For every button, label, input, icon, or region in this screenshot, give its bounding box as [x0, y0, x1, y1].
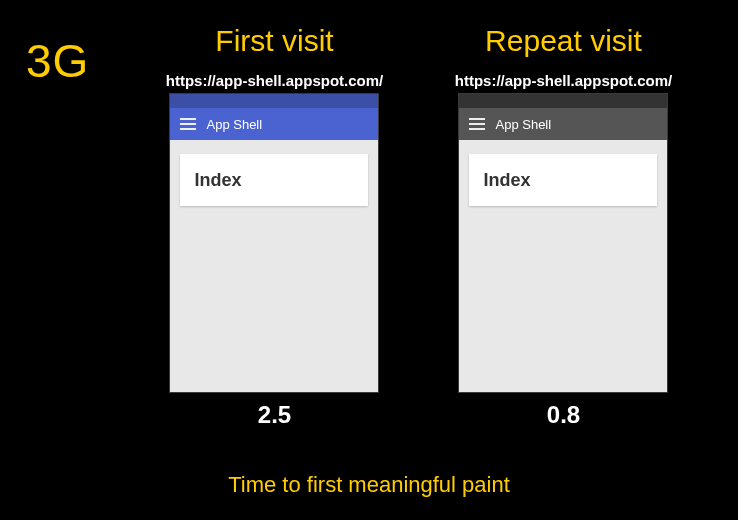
app-bar: App Shell [459, 108, 667, 140]
column-repeat-visit: Repeat visit https://app-shell.appspot.c… [455, 24, 673, 429]
comparison-columns: First visit https://app-shell.appspot.co… [130, 24, 708, 429]
app-title: App Shell [206, 117, 262, 132]
url-label: https://app-shell.appspot.com/ [166, 72, 384, 89]
app-bar: App Shell [170, 108, 378, 140]
status-bar [459, 94, 667, 108]
card-title: Index [194, 170, 241, 191]
slide-caption: Time to first meaningful paint [0, 472, 738, 498]
hamburger-icon[interactable] [469, 118, 485, 130]
phone-mock-first: App Shell Index [169, 93, 379, 393]
content-area: Index [170, 140, 378, 392]
column-title: First visit [215, 24, 333, 58]
timing-value: 2.5 [258, 401, 291, 429]
index-card[interactable]: Index [469, 154, 657, 206]
app-title: App Shell [495, 117, 551, 132]
card-title: Index [483, 170, 530, 191]
phone-mock-repeat: App Shell Index [458, 93, 668, 393]
timing-value: 0.8 [547, 401, 580, 429]
column-first-visit: First visit https://app-shell.appspot.co… [166, 24, 384, 429]
url-label: https://app-shell.appspot.com/ [455, 72, 673, 89]
column-title: Repeat visit [485, 24, 642, 58]
hamburger-icon[interactable] [180, 118, 196, 130]
content-area: Index [459, 140, 667, 392]
status-bar [170, 94, 378, 108]
network-badge: 3G [26, 34, 89, 88]
index-card[interactable]: Index [180, 154, 368, 206]
